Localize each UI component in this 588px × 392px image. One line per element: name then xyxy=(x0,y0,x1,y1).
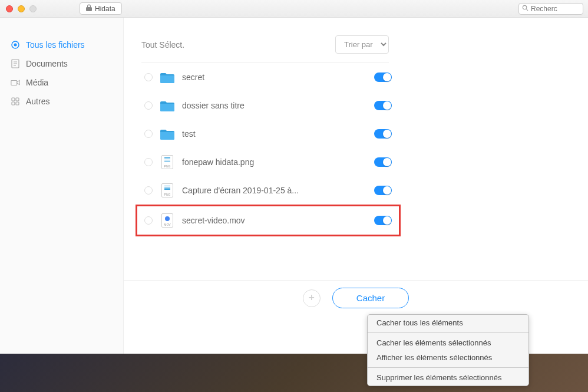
file-name-label: fonepaw hidata.png xyxy=(182,157,367,167)
file-toggle[interactable] xyxy=(374,101,392,110)
context-menu-hide-selected[interactable]: Cacher les éléments sélectionnés xyxy=(368,335,528,350)
file-checkbox[interactable] xyxy=(144,73,153,81)
sidebar-item-all-files[interactable]: Tous les fichiers xyxy=(0,35,123,54)
svg-point-3 xyxy=(14,44,17,47)
app-title: Hidata xyxy=(80,2,122,15)
file-row[interactable]: secret xyxy=(141,63,395,91)
context-menu-hide-all[interactable]: Cacher tous les éléments xyxy=(368,315,528,331)
plus-icon: + xyxy=(309,292,315,304)
svg-line-1 xyxy=(526,9,528,11)
lock-icon xyxy=(86,4,92,13)
minimize-window-button[interactable] xyxy=(18,5,25,12)
search-input[interactable] xyxy=(531,5,578,13)
document-icon xyxy=(11,59,20,68)
file-name-label: test xyxy=(182,129,367,139)
close-window-button[interactable] xyxy=(6,5,13,12)
maximize-window-button[interactable] xyxy=(29,5,37,12)
file-toggle[interactable] xyxy=(374,157,392,167)
select-all-link[interactable]: Tout Sélect. xyxy=(141,40,184,50)
sort-select[interactable]: Trier par xyxy=(335,35,389,54)
file-row[interactable]: dossier sans titre xyxy=(141,91,395,120)
file-name-label: secret xyxy=(182,73,367,82)
search-icon xyxy=(522,5,528,13)
app-title-label: Hidata xyxy=(95,5,115,13)
hide-button[interactable]: Cacher xyxy=(332,288,409,308)
context-menu: Cacher tous les éléments Cacher les élém… xyxy=(367,314,529,386)
folder-icon xyxy=(160,99,175,112)
file-row[interactable]: PNG Capture d'écran 2019-01-25 à... xyxy=(141,176,395,205)
bottom-bar: + Cacher xyxy=(124,280,588,315)
menu-divider xyxy=(368,332,528,333)
svg-rect-10 xyxy=(16,98,19,101)
title-bar: Hidata xyxy=(0,0,588,18)
file-row[interactable]: test xyxy=(141,120,395,148)
svg-point-0 xyxy=(523,5,526,9)
svg-rect-8 xyxy=(11,80,17,85)
svg-rect-12 xyxy=(16,102,19,105)
sidebar: Tous les fichiers Documents Média Autres xyxy=(0,18,124,354)
add-button[interactable]: + xyxy=(303,289,321,307)
sidebar-item-label: Documents xyxy=(26,59,68,68)
svg-rect-9 xyxy=(12,98,15,101)
search-box[interactable] xyxy=(518,3,583,15)
file-toggle[interactable] xyxy=(374,129,392,139)
context-menu-delete-selected[interactable]: Supprimer les éléments sélectionnés xyxy=(368,370,528,386)
file-name-label: Capture d'écran 2019-01-25 à... xyxy=(182,186,367,195)
file-checkbox[interactable] xyxy=(144,186,153,195)
png-file-icon: PNG xyxy=(160,156,175,169)
sidebar-item-others[interactable]: Autres xyxy=(0,92,123,111)
file-checkbox[interactable] xyxy=(144,130,153,138)
folder-icon xyxy=(160,71,175,84)
file-row-highlighted[interactable]: MOV secret-video.mov xyxy=(136,205,401,236)
file-name-label: dossier sans titre xyxy=(182,101,367,110)
app-window: Hidata Tous les fichiers Documents xyxy=(0,0,588,354)
file-toggle[interactable] xyxy=(374,73,392,82)
target-icon xyxy=(11,40,20,50)
sidebar-item-documents[interactable]: Documents xyxy=(0,54,123,73)
file-name-label: secret-video.mov xyxy=(182,216,367,225)
sidebar-item-label: Autres xyxy=(26,97,49,106)
file-row[interactable]: PNG fonepaw hidata.png xyxy=(141,148,395,176)
file-checkbox[interactable] xyxy=(144,216,153,225)
menu-divider xyxy=(368,367,528,368)
svg-rect-11 xyxy=(12,102,15,105)
png-file-icon: PNG xyxy=(160,184,175,197)
mov-file-icon: MOV xyxy=(160,214,175,227)
file-checkbox[interactable] xyxy=(144,101,153,110)
window-controls xyxy=(6,5,37,12)
file-toggle[interactable] xyxy=(374,216,392,225)
file-checkbox[interactable] xyxy=(144,158,153,166)
context-menu-show-selected[interactable]: Afficher les éléments sélectionnés xyxy=(368,350,528,365)
content-header: Tout Sélect. Trier par xyxy=(141,35,389,63)
sidebar-item-label: Média xyxy=(26,78,48,87)
sidebar-item-media[interactable]: Média xyxy=(0,73,123,92)
sidebar-item-label: Tous les fichiers xyxy=(26,40,85,50)
file-toggle[interactable] xyxy=(374,186,392,195)
file-list: secret dossier sans titre te xyxy=(141,63,395,236)
camera-icon xyxy=(11,78,20,87)
folder-icon xyxy=(160,127,175,140)
grid-icon xyxy=(11,97,20,106)
